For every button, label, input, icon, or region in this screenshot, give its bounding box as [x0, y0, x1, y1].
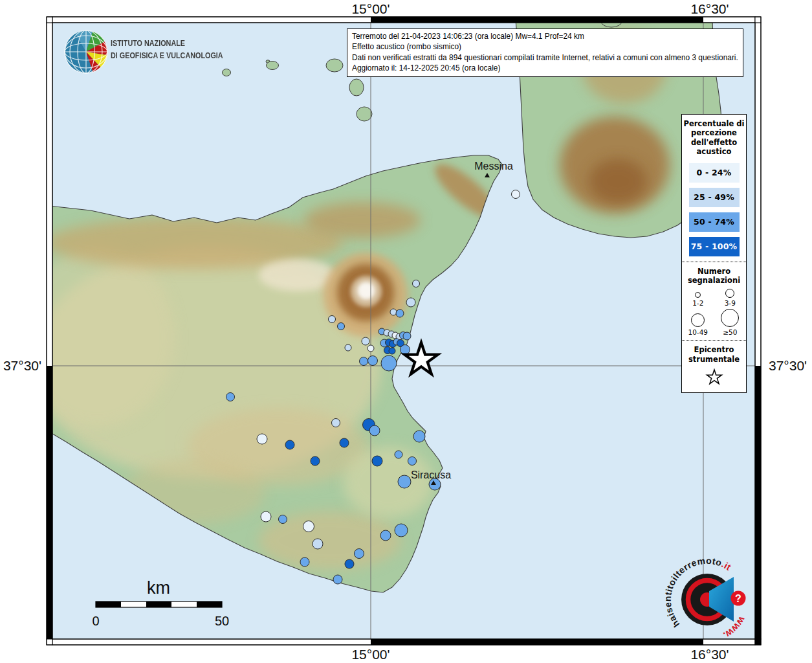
legend-class-list: 0 - 24%25 - 49%50 - 74%75 - 100% — [682, 163, 746, 256]
city-label: Siracusa — [411, 469, 451, 480]
map-legend: Percentuale di percezione dell'effetto a… — [681, 114, 747, 393]
report-circle — [285, 440, 294, 449]
size-label: 10-49 — [688, 328, 708, 336]
report-circle — [396, 309, 404, 317]
report-circle — [398, 475, 411, 488]
scalebar-start: 0 — [92, 614, 99, 628]
report-circle — [345, 559, 354, 568]
legend-epicenter-title: Epicentro strumentale — [682, 341, 746, 365]
report-circle — [390, 309, 397, 315]
scalebar-unit: km — [147, 578, 170, 598]
legend-size-item: ≥50 — [714, 308, 747, 337]
report-circle — [381, 355, 397, 371]
report-circle — [261, 511, 271, 522]
city-label: Messina — [474, 161, 513, 172]
epicenter-legend-star-icon — [704, 366, 725, 387]
event-info-box: Terremoto del 21-04-2023 14:06:23 (ora l… — [347, 28, 743, 77]
macroseismic-map-page: MessinaSiracusa km 0 50 — [0, 0, 812, 663]
ingv-logo — [65, 30, 107, 73]
coord-left-37: 37°30' — [0, 358, 41, 374]
report-circle — [226, 393, 235, 401]
report-circle — [303, 521, 314, 532]
coord-top-16: 16°30' — [677, 1, 742, 17]
report-circle — [333, 575, 342, 584]
report-circle — [332, 419, 340, 427]
report-circle — [311, 456, 320, 466]
coord-right-37: 37°30' — [769, 358, 812, 374]
report-circle — [362, 337, 369, 345]
info-line-source: Dati non verificati estratti da 894 ques… — [352, 52, 738, 63]
report-circle — [360, 357, 368, 366]
legend-epicenter-section: Epicentro strumentale — [682, 340, 746, 392]
report-circle — [401, 345, 410, 355]
report-circle — [395, 451, 402, 458]
size-circle-icon — [691, 313, 705, 327]
report-circle — [408, 457, 417, 466]
legend-size-item: 10-49 — [682, 312, 714, 337]
legend-class-swatch: 50 - 74% — [689, 212, 740, 232]
report-circle — [389, 348, 395, 354]
legend-perception-title: Percentuale di percezione dell'effetto a… — [682, 115, 746, 158]
legend-size-item: 3-9 — [714, 287, 747, 308]
report-circle — [257, 434, 267, 444]
legend-size-item: 1-2 — [682, 291, 714, 308]
scalebar-end: 50 — [215, 614, 229, 628]
legend-class-swatch: 0 - 24% — [689, 163, 740, 183]
legend-perception-section: Percentuale di percezione dell'effetto a… — [682, 115, 746, 256]
report-circle — [369, 425, 380, 436]
report-circle — [300, 557, 309, 567]
legend-class-swatch: 25 - 49% — [689, 188, 740, 207]
report-circle — [380, 530, 391, 541]
size-circle-icon — [721, 309, 739, 327]
report-circle — [340, 438, 349, 447]
info-line-event: Terremoto del 21-04-2023 14:06:23 (ora l… — [352, 31, 738, 41]
size-circle-icon — [695, 292, 701, 298]
question-mark: ? — [735, 593, 741, 604]
report-circle — [395, 524, 408, 537]
report-circle — [279, 515, 287, 524]
report-circle — [512, 190, 520, 199]
ingv-line2: DI GEOFISICA E VULCANOLOGIA — [111, 50, 223, 62]
size-label: 3-9 — [725, 299, 736, 307]
report-circle — [413, 280, 420, 287]
report-circle — [368, 345, 374, 352]
size-circle-icon — [725, 289, 734, 298]
report-circle — [406, 298, 415, 307]
size-label: 1-2 — [692, 299, 703, 307]
ingv-wordmark: ISTITUTO NAZIONALE DI GEOFISICA E VULCAN… — [111, 38, 223, 62]
report-circle — [368, 356, 378, 366]
report-circle — [372, 456, 382, 466]
coord-bottom-16: 16°30' — [677, 647, 742, 662]
legend-reports-title: Numero segnalazioni — [682, 262, 746, 287]
legend-reports-section: Numero segnalazioni 1-23-910-49≥50 — [682, 262, 746, 341]
info-line-effect: Effetto acustico (rombo sismico) — [352, 41, 738, 52]
size-label: ≥50 — [723, 328, 737, 336]
report-circle — [403, 332, 411, 340]
ingv-line1: ISTITUTO NAZIONALE — [111, 38, 223, 50]
report-circle — [329, 316, 336, 323]
report-circle — [345, 344, 351, 351]
legend-size-list: 1-23-910-49≥50 — [682, 286, 746, 340]
report-circle — [413, 431, 425, 442]
coord-top-15: 15°00' — [338, 1, 403, 17]
report-circle — [355, 549, 364, 559]
report-circle — [313, 539, 323, 549]
coord-bottom-15: 15°00' — [338, 647, 403, 662]
legend-class-swatch: 75 - 100% — [689, 237, 740, 256]
report-circle — [338, 323, 345, 330]
info-line-updated: Aggiornato il: 14-12-2025 20:45 (ora loc… — [352, 63, 738, 73]
